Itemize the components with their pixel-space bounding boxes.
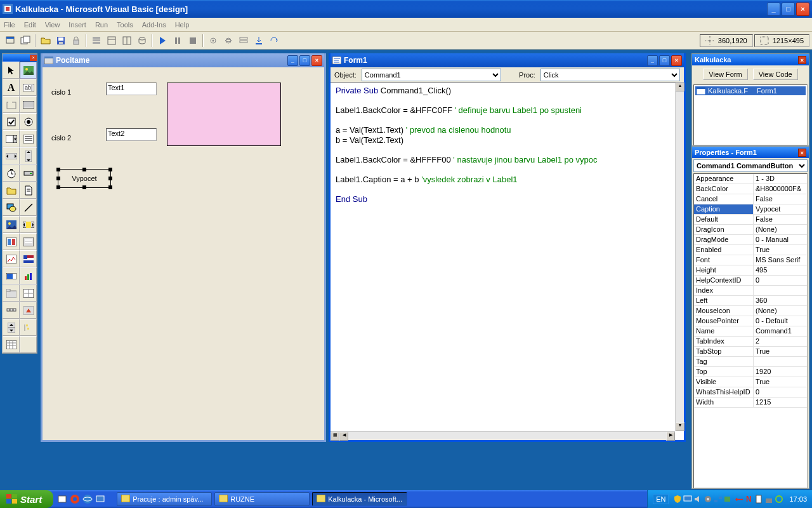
calls-icon[interactable]: [237, 34, 251, 48]
label-cislo1[interactable]: cislo 1: [50, 88, 72, 97]
step-over-icon[interactable]: [267, 34, 281, 48]
watch-icon[interactable]: [221, 34, 235, 48]
ql-globe-icon[interactable]: [82, 494, 93, 504]
scroll-right-icon[interactable]: ▶: [666, 432, 675, 441]
pause-icon[interactable]: [171, 34, 185, 48]
vertical-scrollbar[interactable]: ▲ ▼: [675, 83, 684, 431]
proc-selector[interactable]: Click: [540, 69, 680, 81]
key-tool[interactable]: [3, 302, 20, 319]
form-maximize-button[interactable]: □: [299, 55, 310, 66]
menu-tools[interactable]: Tools: [117, 21, 133, 29]
breakpoint-icon[interactable]: [206, 34, 220, 48]
project-tree[interactable]: Kalkulacka.F Form1: [693, 84, 808, 145]
tray-safe-icon[interactable]: [764, 495, 773, 504]
property-row[interactable]: TabStopTrue: [694, 347, 807, 357]
tray-speaker-icon[interactable]: [693, 495, 702, 504]
form-close-button[interactable]: ×: [311, 55, 322, 66]
textbox-text1[interactable]: Text1: [106, 83, 157, 95]
properties-icon[interactable]: [120, 34, 134, 48]
project-explorer-icon[interactable]: [105, 34, 119, 48]
property-row[interactable]: Left360: [694, 296, 807, 306]
menu-addins[interactable]: Add-Ins: [142, 21, 166, 29]
property-row[interactable]: MousePointer0 - Default: [694, 316, 807, 326]
anibutton-tool[interactable]: [20, 302, 37, 319]
properties-grid[interactable]: Appearance1 - 3DBackColor&H8000000F&Canc…: [693, 173, 808, 488]
lock-icon[interactable]: [69, 34, 83, 48]
optionbutton-tool[interactable]: [20, 113, 37, 130]
tray-doc-icon[interactable]: [754, 495, 763, 504]
project-panel-close-icon[interactable]: ×: [798, 56, 806, 64]
menu-run[interactable]: Run: [95, 21, 108, 29]
property-row[interactable]: Index: [694, 286, 807, 296]
object-selector[interactable]: Command1: [362, 69, 501, 81]
full-module-icon[interactable]: ▦: [331, 432, 339, 441]
property-row[interactable]: CaptionVypocet: [694, 204, 807, 215]
property-row[interactable]: Width1215: [694, 398, 807, 408]
property-row[interactable]: Tag: [694, 357, 807, 367]
textbox-text2[interactable]: Text2: [106, 128, 157, 141]
commandbutton-vypocet[interactable]: Vypocet: [58, 169, 111, 188]
horizontal-scrollbar[interactable]: ▦ ◀ ▶: [331, 431, 675, 440]
property-row[interactable]: Appearance1 - 3D: [694, 174, 807, 184]
timer-tool[interactable]: [3, 164, 20, 182]
drivelistbox-tool[interactable]: [20, 164, 37, 182]
start-button[interactable]: Start: [0, 490, 53, 508]
spin-tool[interactable]: [3, 319, 20, 336]
scroll-left-icon[interactable]: ◀: [339, 432, 348, 441]
tray-power-icon[interactable]: [775, 495, 783, 504]
shape-tool[interactable]: [3, 199, 20, 216]
picturebox-tool[interactable]: [20, 62, 37, 79]
commondialog-tool[interactable]: [20, 233, 37, 250]
scroll-up-icon[interactable]: ▲: [676, 83, 684, 91]
close-button[interactable]: ×: [796, 3, 809, 16]
dirlistbox-tool[interactable]: [3, 182, 20, 199]
property-row[interactable]: NameCommand1: [694, 326, 807, 337]
tray-shield-icon[interactable]: [673, 495, 682, 504]
code-minimize-button[interactable]: _: [647, 55, 658, 66]
tray-gear-icon[interactable]: [704, 495, 712, 504]
property-row[interactable]: FontMS Sans Serif: [694, 255, 807, 265]
menu-insert[interactable]: Insert: [69, 21, 86, 29]
menu-view[interactable]: View: [45, 21, 60, 29]
taskbar-item[interactable]: Kalkulacka - Microsoft...: [312, 492, 407, 506]
flag-tool[interactable]: [20, 250, 37, 267]
view-form-button[interactable]: View Form: [703, 69, 747, 80]
tray-monitor-icon[interactable]: [683, 495, 692, 504]
run-icon[interactable]: [155, 34, 169, 48]
properties-object-selector[interactable]: Command1 CommandButton: [693, 159, 808, 172]
toolbox-close-icon[interactable]: ×: [30, 55, 37, 61]
chart3d-tool[interactable]: [20, 267, 37, 284]
add-module-icon[interactable]: [18, 34, 32, 48]
ql-icon[interactable]: [57, 494, 67, 504]
commandbutton-tool[interactable]: [20, 96, 37, 113]
vscrollbar-tool[interactable]: [20, 147, 37, 164]
property-row[interactable]: TabIndex2: [694, 337, 807, 347]
code-window[interactable]: Form1 _ □ × Object: Command1 Proc: Click…: [329, 53, 686, 442]
property-row[interactable]: DefaultFalse: [694, 215, 807, 225]
property-row[interactable]: MouseIcon(None): [694, 306, 807, 316]
label-tool[interactable]: A: [3, 79, 20, 96]
clock[interactable]: 17:03: [789, 495, 807, 503]
property-row[interactable]: WhatsThisHelpID0: [694, 387, 807, 398]
grid3d-tool[interactable]: [20, 284, 37, 302]
hscrollbar-tool[interactable]: [3, 147, 20, 164]
tray-net-icon[interactable]: [714, 495, 723, 504]
scroll-down-icon[interactable]: ▼: [676, 422, 684, 431]
line-tool[interactable]: [20, 199, 37, 216]
property-row[interactable]: HelpContextID0: [694, 276, 807, 286]
maximize-button[interactable]: □: [782, 3, 795, 16]
graph-tool[interactable]: [3, 250, 20, 267]
frame-tool[interactable]: [3, 96, 20, 113]
property-row[interactable]: VisibleTrue: [694, 377, 807, 387]
image-tool[interactable]: [3, 216, 20, 233]
ql-desktop-icon[interactable]: [95, 494, 105, 504]
property-row[interactable]: DragIcon(None): [694, 225, 807, 235]
code-maximize-button[interactable]: □: [659, 55, 670, 66]
new-form-icon[interactable]: [3, 34, 17, 48]
menu-help[interactable]: Help: [175, 21, 190, 29]
code-editor[interactable]: Private Sub Command1_Click() Label1.Back…: [331, 83, 675, 431]
pointer-tool[interactable]: [3, 62, 20, 79]
tray-n-icon[interactable]: N: [744, 495, 753, 504]
properties-panel-close-icon[interactable]: ×: [798, 149, 806, 157]
menu-file[interactable]: File: [4, 21, 15, 29]
